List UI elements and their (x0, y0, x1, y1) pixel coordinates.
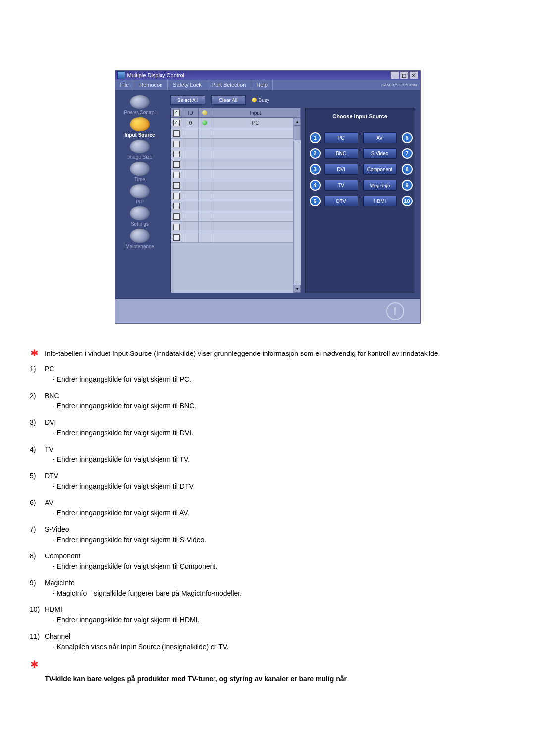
item-title: BNC (45, 392, 59, 400)
sidebar-item-settings[interactable]: Settings (117, 206, 162, 227)
desc-item: 7)S-Video- Endrer inngangskilde for valg… (30, 524, 505, 545)
table-row[interactable] (171, 201, 301, 211)
callout-badge: 6 (402, 132, 413, 143)
app-window: Multiple Display Control _ ▢ × File Remo… (115, 70, 421, 324)
source-button-magicinfo[interactable]: MagicInfo (363, 180, 397, 191)
sidebar: Power Control Input Source Image Size Ti… (115, 90, 164, 298)
source-button-component[interactable]: Component (363, 164, 397, 175)
table-row[interactable]: 0PC (171, 118, 301, 128)
cell-status (199, 170, 211, 180)
sidebar-item-label: PIP (136, 199, 144, 204)
desc-item: 9)MagicInfo- MagicInfo—signalkilde funge… (30, 578, 505, 599)
cell-input: PC (211, 118, 301, 128)
col-id-header[interactable]: ID (183, 108, 199, 117)
table-row[interactable] (171, 180, 301, 191)
col-check-header[interactable] (171, 108, 183, 117)
cell-input (211, 180, 301, 190)
scroll-thumb[interactable] (294, 125, 301, 140)
menu-portselection[interactable]: Port Selection (207, 80, 251, 90)
cell-id (183, 211, 199, 221)
table-row[interactable] (171, 170, 301, 180)
clear-all-button[interactable]: Clear All (211, 95, 246, 105)
source-button-bnc[interactable]: BNC (324, 148, 358, 159)
sidebar-item-imagesize[interactable]: Image Size (117, 140, 162, 160)
cell-id (183, 139, 199, 149)
cell-id (183, 159, 199, 169)
cell-input (211, 170, 301, 180)
menu-safetylock[interactable]: Safety Lock (168, 80, 207, 90)
menu-file[interactable]: File (115, 80, 135, 90)
item-title: HDMI (45, 605, 62, 613)
source-button-dvi[interactable]: DVI (324, 164, 358, 175)
table-row[interactable] (171, 149, 301, 159)
cell-status (199, 211, 211, 221)
maximize-button[interactable]: ▢ (400, 71, 409, 79)
cell-input (211, 201, 301, 211)
cell-status (199, 191, 211, 201)
minimize-button[interactable]: _ (390, 71, 399, 79)
close-button[interactable]: × (409, 71, 418, 79)
busy-indicator: Busy (252, 98, 269, 103)
sidebar-item-powercontrol[interactable]: Power Control (117, 95, 162, 115)
source-button-hdmi[interactable]: HDMI (363, 196, 397, 206)
cell-id (183, 191, 199, 201)
source-button-pc[interactable]: PC (324, 132, 358, 143)
sidebar-item-time[interactable]: Time (117, 162, 162, 182)
item-number: 10) (30, 605, 40, 615)
select-all-button[interactable]: Select All (170, 95, 205, 105)
callout-badge: 7 (402, 148, 413, 159)
display-table: ID Input 0PC ▴ ▾ (170, 108, 301, 293)
item-title: TV (45, 445, 54, 453)
item-title: PC (45, 365, 54, 373)
cell-check[interactable] (171, 201, 183, 211)
cell-status (199, 139, 211, 149)
item-sub: - Endrer inngangskilde for valgt skjerm … (45, 454, 505, 465)
source-button-tv[interactable]: TV (324, 180, 358, 191)
sidebar-item-maintenance[interactable]: Maintenance (117, 229, 162, 249)
table-row[interactable] (171, 139, 301, 149)
cell-check[interactable] (171, 222, 183, 232)
item-title: DTV (45, 472, 58, 480)
source-button-dtv[interactable]: DTV (324, 196, 358, 206)
scroll-up-button[interactable]: ▴ (294, 117, 301, 125)
cell-check[interactable] (171, 149, 183, 159)
col-input-header[interactable]: Input (211, 108, 301, 117)
table-row[interactable] (171, 159, 301, 170)
item-title: Channel (45, 632, 70, 640)
source-button-s-video[interactable]: S-Video (363, 148, 397, 159)
item-sub: - Endrer inngangskilde for valgt skjerm … (45, 615, 505, 625)
table-row[interactable] (171, 222, 301, 232)
sidebar-item-label: Time (134, 177, 145, 182)
item-number: 2) (30, 391, 36, 401)
cell-check[interactable] (171, 180, 183, 190)
table-row[interactable] (171, 211, 301, 222)
cell-check[interactable] (171, 139, 183, 149)
scroll-down-button[interactable]: ▾ (294, 285, 301, 293)
time-icon (130, 162, 150, 176)
cell-check[interactable] (171, 211, 183, 221)
cell-input (211, 211, 301, 221)
cell-check[interactable] (171, 191, 183, 201)
sidebar-item-pip[interactable]: PIP (117, 184, 162, 204)
item-title: Component (45, 552, 80, 560)
cell-status (199, 180, 211, 190)
cell-check[interactable] (171, 128, 183, 138)
table-scrollbar[interactable]: ▴ ▾ (293, 117, 301, 293)
menu-remocon[interactable]: Remocon (134, 80, 168, 90)
cell-check[interactable] (171, 170, 183, 180)
cell-input (211, 159, 301, 169)
table-row[interactable] (171, 232, 301, 243)
menu-help[interactable]: Help (251, 80, 273, 90)
cell-input (211, 149, 301, 159)
cell-check[interactable] (171, 159, 183, 169)
sidebar-item-inputsource[interactable]: Input Source (117, 117, 162, 138)
table-row[interactable] (171, 191, 301, 201)
table-row[interactable] (171, 128, 301, 139)
source-button-av[interactable]: AV (363, 132, 397, 143)
cell-check[interactable] (171, 118, 183, 128)
col-status-header[interactable] (199, 108, 211, 117)
item-sub: - Endrer inngangskilde for valgt skjerm … (45, 561, 505, 572)
item-sub: - Endrer inngangskilde for valgt skjerm … (45, 481, 505, 492)
cell-check[interactable] (171, 232, 183, 242)
cell-id (183, 222, 199, 232)
